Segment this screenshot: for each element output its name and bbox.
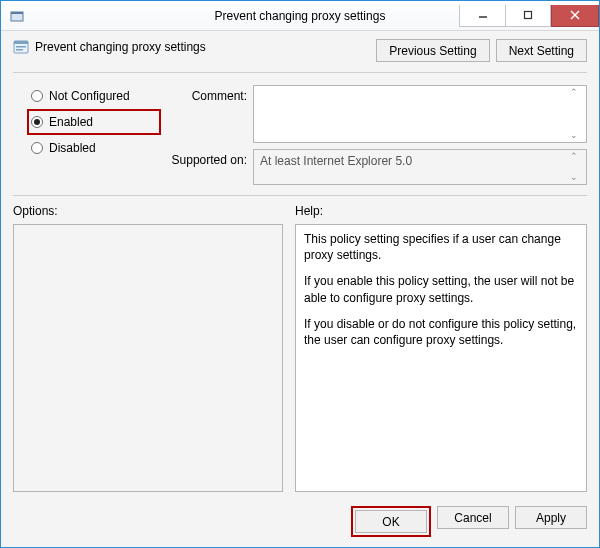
help-panel: This policy setting specifies if a user … (295, 224, 587, 492)
supported-row: Supported on: At least Internet Explorer… (161, 149, 587, 185)
client-area: Prevent changing proxy settings Previous… (1, 31, 599, 547)
chevron-down-icon: ⌄ (570, 173, 584, 182)
radio-icon (31, 142, 43, 154)
previous-setting-button[interactable]: Previous Setting (376, 39, 489, 62)
options-label: Options: (13, 204, 283, 218)
supported-value: At least Internet Explorer 5.0 (260, 154, 412, 168)
chevron-up-icon: ⌃ (570, 152, 584, 161)
radio-label: Enabled (49, 115, 93, 129)
radio-icon (31, 90, 43, 102)
options-panel (13, 224, 283, 492)
state-column: Not Configured Enabled Disabled (13, 85, 153, 185)
svg-rect-8 (16, 46, 26, 48)
window-buttons (459, 5, 599, 27)
radio-not-configured[interactable]: Not Configured (31, 87, 153, 105)
panel-labels: Options: Help: (13, 204, 587, 218)
ok-button[interactable]: OK (355, 510, 427, 533)
divider (13, 72, 587, 73)
highlight-ok: OK (351, 506, 431, 537)
help-paragraph: If you enable this policy setting, the u… (304, 273, 578, 305)
titlebar: Prevent changing proxy settings (1, 1, 599, 31)
radio-enabled[interactable]: Enabled (31, 113, 153, 131)
svg-rect-1 (11, 12, 23, 14)
panels: This policy setting specifies if a user … (13, 224, 587, 492)
window: Prevent changing proxy settings (0, 0, 600, 548)
svg-rect-3 (525, 12, 532, 19)
header-row: Prevent changing proxy settings Previous… (13, 39, 587, 62)
app-icon (9, 8, 25, 24)
comment-row: Comment: ⌃ ⌄ (161, 85, 587, 143)
radio-label: Not Configured (49, 89, 130, 103)
svg-rect-7 (14, 41, 28, 44)
comment-textarea[interactable]: ⌃ ⌄ (253, 85, 587, 143)
supported-label: Supported on: (161, 149, 247, 185)
policy-title-text: Prevent changing proxy settings (35, 40, 206, 54)
highlight-enabled: Enabled (27, 109, 161, 135)
chevron-down-icon: ⌄ (570, 131, 584, 140)
minimize-button[interactable] (459, 5, 505, 27)
next-setting-button[interactable]: Next Setting (496, 39, 587, 62)
svg-rect-9 (16, 49, 23, 51)
apply-button[interactable]: Apply (515, 506, 587, 529)
policy-title: Prevent changing proxy settings (13, 39, 206, 55)
supported-box: At least Internet Explorer 5.0 ⌃ ⌄ (253, 149, 587, 185)
scroll-arrows: ⌃ ⌄ (570, 88, 584, 140)
help-paragraph: If you disable or do not configure this … (304, 316, 578, 348)
cancel-button[interactable]: Cancel (437, 506, 509, 529)
scroll-arrows: ⌃ ⌄ (570, 152, 584, 182)
radio-disabled[interactable]: Disabled (31, 139, 153, 157)
right-column: Comment: ⌃ ⌄ Supported on: At least Inte… (161, 85, 587, 185)
divider (13, 195, 587, 196)
footer: OK Cancel Apply (13, 498, 587, 537)
radio-label: Disabled (49, 141, 96, 155)
radio-icon (31, 116, 43, 128)
config-area: Not Configured Enabled Disabled Comment: (13, 85, 587, 185)
help-paragraph: This policy setting specifies if a user … (304, 231, 578, 263)
help-label: Help: (295, 204, 323, 218)
close-button[interactable] (551, 5, 599, 27)
comment-label: Comment: (161, 85, 247, 143)
chevron-up-icon: ⌃ (570, 88, 584, 97)
maximize-button[interactable] (505, 5, 551, 27)
policy-icon (13, 39, 29, 55)
nav-buttons: Previous Setting Next Setting (376, 39, 587, 62)
